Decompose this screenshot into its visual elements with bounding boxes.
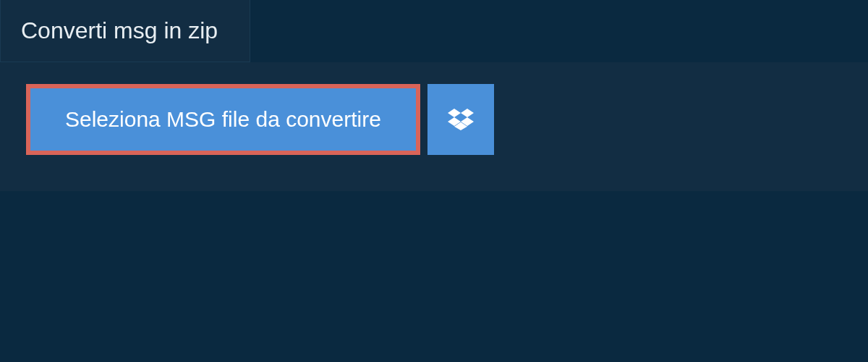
dropbox-icon bbox=[448, 106, 474, 132]
select-file-highlight: Seleziona MSG file da convertire bbox=[26, 84, 420, 155]
select-file-button[interactable]: Seleziona MSG file da convertire bbox=[30, 88, 416, 151]
tab-header: Converti msg in zip bbox=[0, 0, 250, 62]
dropbox-button[interactable] bbox=[427, 84, 494, 155]
page-title: Converti msg in zip bbox=[21, 17, 218, 43]
select-file-button-label: Seleziona MSG file da convertire bbox=[65, 107, 381, 132]
upload-panel: Seleziona MSG file da convertire bbox=[0, 62, 868, 191]
